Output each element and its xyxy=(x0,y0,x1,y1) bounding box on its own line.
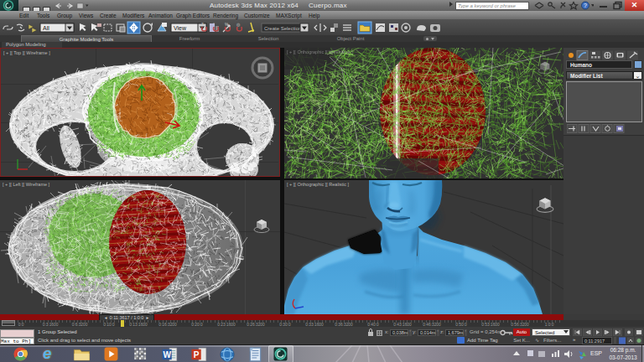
svg-text:◎: ◎ xyxy=(236,22,241,27)
svg-text:?: ? xyxy=(584,3,587,8)
svg-text:%: % xyxy=(225,22,229,27)
svg-text:W: W xyxy=(163,350,171,359)
svg-text:3: 3 xyxy=(201,22,204,27)
svg-text:P: P xyxy=(194,350,200,359)
svg-text:View: View xyxy=(174,25,187,31)
svg-text:°: ° xyxy=(213,22,215,27)
svg-text:All: All xyxy=(43,25,49,31)
